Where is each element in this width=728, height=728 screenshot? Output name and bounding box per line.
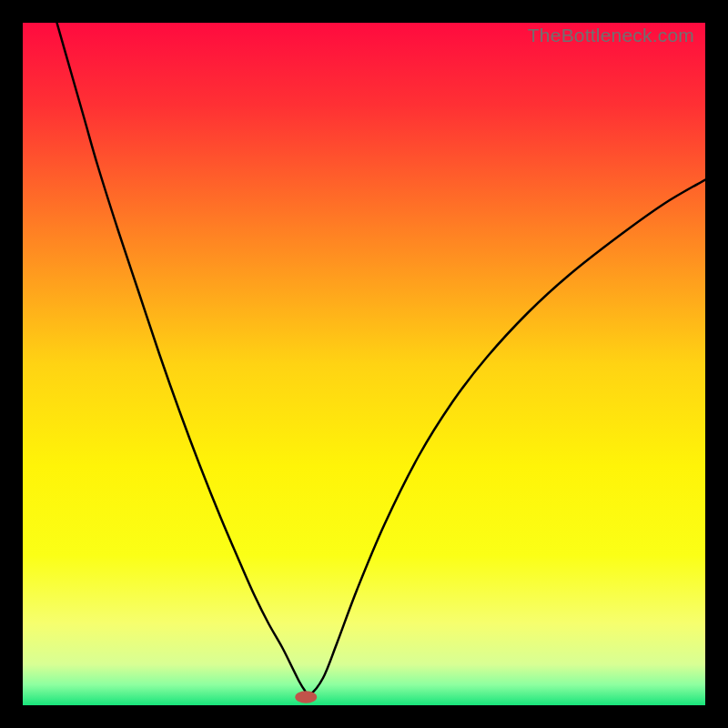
watermark-label: TheBottleneck.com (528, 25, 694, 46)
bottleneck-chart (23, 23, 705, 705)
gradient-background (23, 23, 705, 705)
chart-frame: TheBottleneck.com (23, 23, 705, 705)
optimum-marker (295, 691, 317, 703)
